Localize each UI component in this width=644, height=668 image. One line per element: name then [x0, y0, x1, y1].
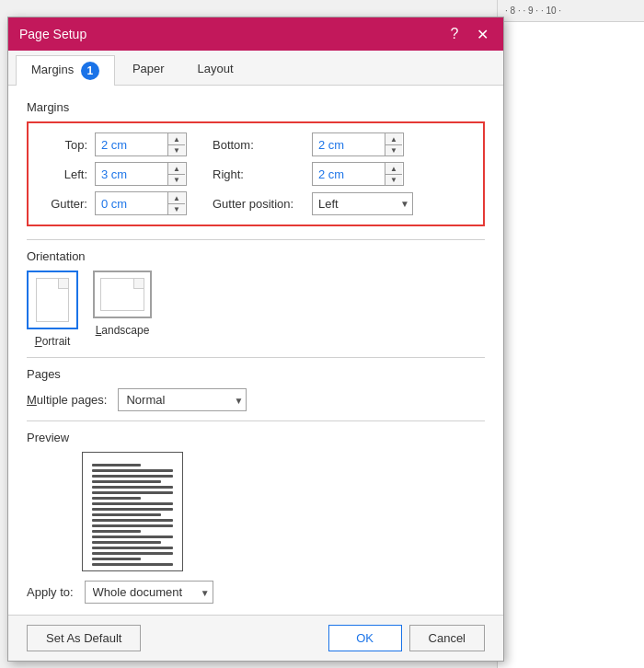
tab-paper-label: Paper — [132, 62, 165, 75]
preview-label: Preview — [27, 431, 485, 444]
top-input[interactable] — [96, 135, 167, 155]
preview-line-11 — [92, 519, 173, 522]
dialog-titlebar: Page Setup ? ✕ — [8, 17, 503, 51]
bottom-input[interactable] — [313, 135, 385, 155]
top-label-text: Top: — [64, 138, 87, 152]
right-spin-up[interactable]: ▲ — [385, 163, 402, 174]
gutter-spin: ▲ ▼ — [95, 191, 187, 215]
landscape-page-inner — [100, 278, 144, 311]
tab-paper[interactable]: Paper — [117, 55, 180, 86]
ok-button[interactable]: OK — [328, 625, 402, 651]
right-spin: ▲ ▼ — [312, 162, 404, 186]
apply-to-select-container: Whole document This section This point f… — [85, 581, 213, 604]
pages-section: Pages Multiple pages: Normal Mirror marg… — [27, 367, 485, 411]
divider-2 — [27, 357, 485, 358]
tab-layout[interactable]: Layout — [182, 55, 249, 86]
preview-line-6 — [92, 491, 173, 494]
right-spin-buttons: ▲ ▼ — [385, 163, 402, 185]
gutter-label: Gutter: — [40, 197, 87, 211]
orientation-section: Orientation PPortraitortrait Landscape — [27, 249, 485, 348]
portrait-label-u: P — [35, 335, 42, 348]
dialog-content: Margins Top: ▲ ▼ Bottom: — [8, 86, 503, 615]
preview-line-9 — [92, 508, 173, 511]
multiple-pages-label-u: M — [27, 393, 37, 407]
right-field: Right: ▲ ▼ — [213, 162, 404, 186]
gutter-spin-down[interactable]: ▼ — [168, 203, 185, 214]
margins-grid: Top: ▲ ▼ Bottom: ▲ — [27, 121, 485, 226]
bottom-label: Bottom: — [213, 138, 305, 152]
bottom-field: Bottom: ▲ ▼ — [213, 132, 404, 156]
bottom-spin-down[interactable]: ▼ — [385, 144, 402, 155]
tab-margins-label: Margins — [31, 63, 74, 76]
preview-line-15 — [92, 541, 161, 544]
divider-1 — [27, 239, 485, 240]
gutter-spin-buttons: ▲ ▼ — [167, 192, 185, 214]
preview-line-8 — [92, 502, 173, 505]
footer-right: OK Cancel — [328, 625, 485, 651]
tab-margins[interactable]: Margins 1 — [16, 55, 115, 86]
gutter-position-select-container: Left Top Right ▼ — [312, 192, 413, 215]
dialog-title: Page Setup — [19, 27, 86, 41]
gutter-input[interactable] — [96, 194, 167, 213]
apply-to-select[interactable]: Whole document This section This point f… — [85, 581, 213, 604]
bottom-spin-up[interactable]: ▲ — [385, 133, 402, 144]
margins-section-label: Margins — [27, 100, 485, 114]
dialog-footer: Set As Default OK Cancel — [8, 615, 503, 661]
left-input[interactable] — [96, 165, 167, 184]
gutter-position-label-text: Gutter position: — [213, 197, 293, 211]
left-label-text: Left: — [64, 167, 87, 181]
left-spin: ▲ ▼ — [95, 162, 187, 186]
bottom-spin-buttons: ▲ ▼ — [385, 133, 402, 155]
ruler-numbers: · 8 · · 9 · · 10 · — [505, 6, 561, 16]
close-button[interactable]: ✕ — [472, 24, 492, 44]
help-button[interactable]: ? — [444, 24, 465, 44]
ruler-top: · 8 · · 9 · · 10 · — [498, 0, 644, 22]
cancel-button[interactable]: Cancel — [409, 625, 485, 651]
gutter-position-field: Gutter position: Left Top Right ▼ — [213, 192, 413, 215]
preview-line-18 — [92, 558, 141, 560]
titlebar-controls: ? ✕ — [444, 24, 492, 44]
preview-line-10 — [92, 513, 161, 516]
orientation-label: Orientation — [27, 249, 485, 263]
gutter-position-label: Gutter position: — [213, 197, 305, 211]
preview-line-1 — [92, 464, 141, 466]
left-label: Left: — [40, 167, 87, 181]
preview-line-13 — [92, 530, 141, 533]
top-spin-down[interactable]: ▼ — [168, 144, 185, 155]
portrait-option[interactable]: PPortraitortrait — [27, 271, 78, 348]
multiple-pages-select[interactable]: Normal Mirror margins 2 pages per sheet … — [118, 388, 247, 411]
gutter-spin-up[interactable]: ▲ — [168, 192, 185, 203]
top-spin: ▲ ▼ — [95, 132, 187, 156]
preview-line-7 — [92, 497, 141, 500]
gutter-position-select[interactable]: Left Top Right — [312, 192, 413, 215]
apply-to-row: Apply to: Whole document This section Th… — [27, 581, 485, 604]
preview-line-16 — [92, 547, 173, 549]
top-label: Top: — [40, 138, 87, 152]
preview-line-17 — [92, 552, 173, 555]
multiple-pages-select-container: Normal Mirror margins 2 pages per sheet … — [118, 388, 247, 411]
gutter-label-text: Gutter: — [51, 197, 87, 211]
top-spin-up[interactable]: ▲ — [168, 133, 185, 144]
annotation-badge-1: 1 — [81, 62, 99, 80]
top-spin-buttons: ▲ ▼ — [167, 133, 185, 155]
preview-line-3 — [92, 475, 173, 478]
page-setup-dialog: Page Setup ? ✕ Margins 1 Paper Layout Ma… — [7, 17, 504, 662]
orientation-options: PPortraitortrait Landscape — [27, 271, 485, 348]
pages-row: Multiple pages: Normal Mirror margins 2 … — [27, 388, 485, 411]
apply-to-label: Apply to: — [27, 585, 74, 599]
portrait-page-inner — [36, 278, 69, 322]
bottom-spin: ▲ ▼ — [312, 132, 404, 156]
landscape-label: Landscape — [96, 324, 150, 337]
portrait-label: PPortraitortrait — [35, 335, 71, 348]
preview-box — [82, 452, 183, 571]
left-spin-up[interactable]: ▲ — [168, 163, 185, 174]
tabs-bar: Margins 1 Paper Layout — [8, 51, 503, 86]
pages-section-label: Pages — [27, 367, 485, 381]
landscape-option[interactable]: Landscape — [93, 271, 152, 348]
set-default-button[interactable]: Set As Default — [27, 625, 141, 651]
left-spin-down[interactable]: ▼ — [168, 174, 185, 185]
right-spin-down[interactable]: ▼ — [385, 174, 402, 185]
tab-layout-label: Layout — [198, 62, 234, 75]
preview-line-4 — [92, 480, 161, 483]
right-input[interactable] — [313, 165, 385, 184]
